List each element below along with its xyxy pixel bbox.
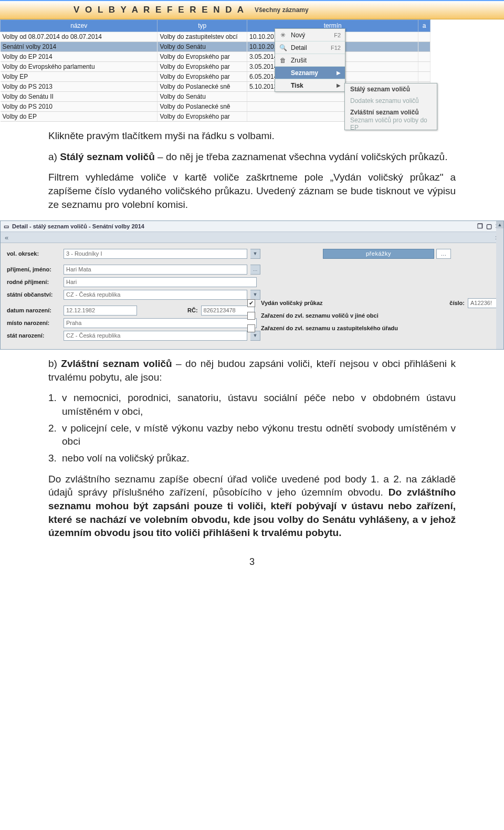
page-number: 3 — [48, 555, 456, 568]
menu-item-detail[interactable]: 🔍 Detail F12 — [275, 41, 345, 54]
table-cell: Volby do PS 2010 — [1, 102, 158, 112]
col-nazev[interactable]: název — [1, 20, 158, 32]
field-okrsek[interactable]: 3 - Roudníky I — [64, 249, 247, 259]
menu-item-tisk[interactable]: Tisk ▶ — [275, 79, 345, 91]
submenu-seznamy: Stálý seznam voličů Dodatek seznamu voli… — [344, 83, 437, 130]
screenshot-detail-form: ▭ Detail - stálý seznam voličů - Senátní… — [0, 220, 504, 350]
new-icon: ✳ — [279, 31, 287, 39]
table-row[interactable]: Volby do EP 2014Volby do Evropského par3… — [1, 52, 430, 62]
checkbox-zar1[interactable] — [247, 312, 255, 320]
maximize-icon[interactable]: ▢ — [486, 223, 492, 230]
menu-item-novy[interactable]: ✳ Nový F2 — [275, 29, 345, 41]
table-cell — [418, 52, 430, 62]
table-row[interactable]: Senátní volby 2014Volby do Senátu10.10.2… — [1, 42, 430, 52]
field-obcanstvi[interactable]: CZ - Česká republika — [64, 290, 247, 300]
header-title: V O L B Y A R E F E R E N D A — [74, 5, 245, 15]
table-cell — [418, 62, 430, 72]
submenu-label: Seznam voličů pro volby do EP — [350, 117, 432, 131]
menu-shortcut: F12 — [331, 45, 341, 51]
check-icon: ✔ — [249, 300, 254, 307]
button-label: překážky — [366, 250, 391, 257]
table-cell: Volby do Senátu II — [1, 92, 158, 102]
list-item: 2.v policejní cele, v místě výkonu vazby… — [48, 422, 456, 448]
section-a: a) Stálý seznam voličů – do něj je třeba… — [48, 150, 456, 164]
list-num: 2. — [48, 422, 62, 448]
list-text: nebo volí na voličský průkaz. — [62, 451, 190, 465]
ordered-list: 1.v nemocnici, porodnici, sanatoriu, úst… — [48, 391, 456, 465]
submenu-label: Dodatek seznamu voličů — [350, 97, 419, 104]
list-num: 1. — [48, 391, 62, 418]
table-cell: Volby do EP — [1, 112, 158, 122]
section-bold: Stálý seznam voličů — [60, 151, 155, 162]
label-vydan: Vydán voličský průkaz — [261, 300, 323, 306]
menu-item-zrusit[interactable]: 🗑 Zrušit — [275, 54, 345, 67]
table-row[interactable]: Volby od 08.07.2014 do 08.07.2014Volby d… — [1, 32, 430, 42]
field-stat[interactable]: CZ - Česká republika — [64, 331, 247, 341]
field-prijmeni[interactable]: Hari Mata — [64, 265, 247, 275]
document-body-2: b) Zvláštní seznam voličů – do něj budou… — [0, 357, 504, 568]
section-a-para2: Filtrem vyhledáme voliče v kartě voliče … — [48, 171, 456, 211]
field-cislo[interactable]: A12236! — [468, 298, 498, 308]
section-label: b) — [48, 358, 61, 369]
table-cell: Volby do Senátu — [158, 92, 247, 102]
table-cell: Volby do EP 2014 — [1, 52, 158, 62]
list-text: v policejní cele, v místě výkonu vazby n… — [62, 422, 456, 448]
delete-icon: 🗑 — [279, 57, 287, 64]
col-a[interactable]: a — [418, 20, 430, 32]
table-cell: Volby do Evropského par — [158, 72, 247, 82]
list-item: 3.nebo volí na voličský průkaz. — [48, 451, 456, 465]
section-zvl: Do zvláštního seznamu zapíše obecní úřad… — [48, 472, 456, 540]
table-cell: Volby do Poslanecké sně — [158, 102, 247, 112]
list-text: v nemocnici, porodnici, sanatoriu, ústav… — [62, 391, 456, 418]
field-rc[interactable]: 8262123478 — [201, 306, 255, 316]
menu-label: Tisk — [291, 82, 303, 89]
header-bar: V O L B Y A R E F E R E N D A Všechny zá… — [0, 0, 504, 19]
table-row[interactable]: Volby EPVolby do Evropského par6.05.2014… — [1, 72, 430, 82]
table-cell: Volby do Evropského par — [158, 52, 247, 62]
button-more[interactable]: … — [436, 249, 451, 259]
label-misto: místo narození: — [7, 320, 60, 326]
table-row[interactable]: Volby do Evropského parlamentuVolby do E… — [1, 62, 430, 72]
table-cell — [418, 32, 430, 42]
label-prijmeni: příjmení, jméno: — [7, 266, 60, 272]
table-cell — [418, 42, 430, 52]
vertical-scrollbar[interactable]: ▲ — [496, 221, 503, 349]
field-rodne[interactable]: Hari — [64, 277, 257, 287]
table-cell: Volby do Poslanecké sně — [158, 82, 247, 92]
submenu-arrow-icon: ▶ — [337, 70, 341, 76]
submenu-label: Stálý seznam voličů — [350, 86, 410, 93]
label-rodne: rodné příjmení: — [7, 279, 60, 285]
list-item: 1.v nemocnici, porodnici, sanatoriu, úst… — [48, 391, 456, 418]
menu-label: Seznamy — [291, 69, 318, 77]
submenu-item-ep: Seznam voličů pro volby do EP — [345, 118, 437, 130]
prev-icon[interactable]: « — [5, 234, 8, 241]
label-stat: stát narození: — [7, 332, 60, 339]
submenu-arrow-icon: ▶ — [337, 82, 341, 88]
scroll-up-icon[interactable]: ▲ — [496, 221, 503, 228]
list-num: 3. — [48, 451, 62, 465]
context-menu: ✳ Nový F2 🔍 Detail F12 🗑 Zrušit Seznamy … — [275, 28, 345, 92]
field-narozeni[interactable]: 12.12.1982 — [64, 306, 137, 316]
window-icon: ▭ — [4, 223, 9, 230]
restore-icon[interactable]: ❐ — [477, 223, 483, 230]
table-cell: Senátní volby 2014 — [1, 42, 158, 52]
col-typ[interactable]: typ — [158, 20, 247, 32]
table-cell — [418, 72, 430, 82]
dialog-titlebar: ▭ Detail - stálý seznam voličů - Senátní… — [1, 221, 503, 232]
checkbox-vydan[interactable]: ✔ — [247, 299, 255, 307]
dialog-title: Detail - stálý seznam voličů - Senátní v… — [12, 223, 144, 229]
menu-label: Zrušit — [291, 57, 307, 64]
button-prekazky[interactable]: překážky — [323, 249, 434, 259]
label-rc: RČ: — [187, 307, 198, 313]
menu-item-seznamy[interactable]: Seznamy ▶ — [275, 67, 345, 79]
section-label: a) — [48, 151, 60, 162]
document-body: Klikněte pravým tlačítkem myši na řádku … — [0, 129, 504, 211]
label-obcanstvi: státní občanství: — [7, 291, 60, 298]
checkbox-zar2[interactable] — [247, 324, 255, 332]
table-cell: Volby do Evropského parlamentu — [1, 62, 158, 72]
label-cislo: číslo: — [449, 300, 465, 306]
label-zar2: Zařazení do zvl. seznamu u zastupitelské… — [261, 325, 398, 331]
menu-shortcut: F2 — [334, 32, 341, 38]
field-misto[interactable]: Praha — [64, 318, 257, 328]
submenu-item-staly[interactable]: Stálý seznam voličů — [345, 83, 437, 95]
